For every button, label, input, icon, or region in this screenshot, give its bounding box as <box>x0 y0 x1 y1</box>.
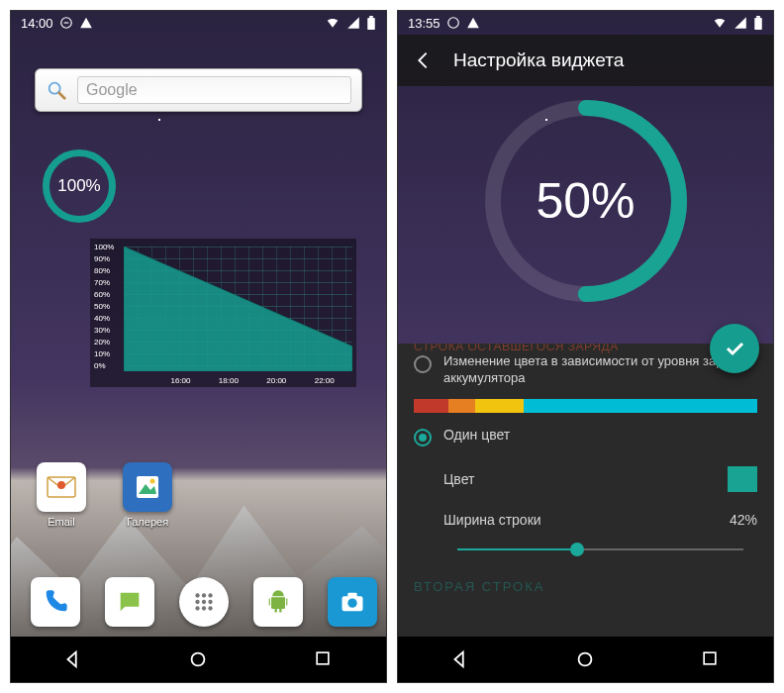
android-icon <box>253 577 303 627</box>
svg-rect-2 <box>369 16 373 18</box>
warning-icon <box>466 16 480 30</box>
section-header-remaining: СТРОКА ОСТАВШЕГОСЯ ЗАРЯДА <box>414 344 619 353</box>
dock <box>31 577 366 627</box>
search-icon <box>46 79 67 101</box>
width-value: 42% <box>730 512 757 528</box>
svg-rect-22 <box>347 593 356 598</box>
search-input[interactable]: Google <box>77 76 351 104</box>
wifi-icon <box>325 16 341 30</box>
svg-point-11 <box>195 593 199 597</box>
nav-recent[interactable] <box>700 648 722 670</box>
camera-icon <box>328 577 377 627</box>
svg-point-13 <box>208 593 212 597</box>
svg-point-25 <box>447 18 458 29</box>
radio-icon <box>414 355 432 373</box>
svg-point-19 <box>208 606 212 610</box>
chart-y-10: 10% <box>94 349 110 358</box>
app-phone[interactable] <box>31 577 80 627</box>
page-title: Настройка виджета <box>453 50 624 71</box>
app-email[interactable]: Email <box>31 462 92 528</box>
svg-rect-31 <box>704 652 716 664</box>
svg-point-10 <box>150 479 155 484</box>
nav-recent[interactable] <box>313 648 335 670</box>
svg-marker-5 <box>124 247 352 371</box>
nav-bar <box>11 637 386 682</box>
chart-area <box>124 247 352 371</box>
svg-line-4 <box>59 93 65 99</box>
color-label: Цвет <box>443 471 474 487</box>
app-row-labeled: Email Галерея <box>31 462 178 528</box>
chart-y-0: 0% <box>94 361 106 370</box>
battery-icon <box>366 16 376 31</box>
width-slider[interactable] <box>457 538 743 561</box>
email-icon <box>37 462 86 512</box>
phone-left: 14:00 Google 1 <box>10 10 387 683</box>
color-row[interactable]: Цвет <box>414 456 757 502</box>
speed-icon <box>59 16 73 30</box>
option-gradient-label: Изменение цвета в зависимости от уровня … <box>443 353 757 387</box>
app-android[interactable] <box>253 577 303 627</box>
nav-bar <box>398 637 773 682</box>
chart-y-70: 70% <box>94 278 110 287</box>
nav-home[interactable] <box>187 648 209 670</box>
svg-rect-24 <box>317 652 329 664</box>
option-single-color[interactable]: Один цвет <box>414 421 757 456</box>
nav-back[interactable] <box>449 648 471 670</box>
app-drawer[interactable] <box>179 577 229 627</box>
option-single-label: Один цвет <box>443 427 510 443</box>
gradient-preview <box>414 399 757 413</box>
signal-icon <box>346 16 360 30</box>
app-gallery[interactable]: Галерея <box>117 462 178 528</box>
chart-y-90: 90% <box>94 254 110 263</box>
status-time: 14:00 <box>21 16 53 31</box>
chart-y-30: 30% <box>94 326 110 335</box>
phone-icon <box>31 577 80 627</box>
status-bar: 14:00 <box>11 11 386 35</box>
svg-rect-26 <box>754 17 762 29</box>
battery-ring-widget[interactable]: 100% <box>43 149 116 223</box>
app-camera[interactable] <box>328 577 377 627</box>
preview-percent: 50% <box>479 94 693 308</box>
back-icon[interactable] <box>412 50 434 71</box>
svg-point-7 <box>57 481 65 489</box>
svg-point-14 <box>195 600 199 604</box>
chart-x-16: 16:00 <box>170 376 190 385</box>
battery-percent: 100% <box>43 149 116 223</box>
svg-rect-1 <box>367 17 375 29</box>
chart-y-100: 100% <box>94 243 114 251</box>
widget-preview: 50% <box>398 86 773 344</box>
battery-chart-widget[interactable]: 100% 90% 80% 70% 60% 50% 40% 30% 20% 10%… <box>90 239 356 387</box>
svg-point-30 <box>579 653 592 666</box>
svg-point-18 <box>202 606 206 610</box>
warning-icon <box>79 16 93 30</box>
speed-icon <box>446 16 460 30</box>
chart-y-20: 20% <box>94 338 110 346</box>
chart-y-40: 40% <box>94 314 110 323</box>
chart-x-20: 20:00 <box>266 376 286 385</box>
svg-rect-27 <box>756 16 760 18</box>
signal-icon <box>734 16 747 30</box>
phone-right: 13:55 Настройка виджета 50% СТРОКА ОСТАВ… <box>397 10 774 683</box>
svg-point-15 <box>202 600 206 604</box>
radio-icon-checked <box>414 429 432 446</box>
svg-point-21 <box>347 599 356 608</box>
gallery-icon <box>123 462 172 512</box>
search-placeholder: Google <box>86 81 138 99</box>
svg-point-23 <box>192 653 205 666</box>
nav-home[interactable] <box>574 648 596 670</box>
svg-point-16 <box>208 600 212 604</box>
settings-panel: СТРОКА ОСТАВШЕГОСЯ ЗАРЯДА Изменение цвет… <box>398 344 773 637</box>
app-email-label: Email <box>48 516 75 528</box>
app-gallery-label: Галерея <box>127 516 168 528</box>
svg-point-12 <box>202 593 206 597</box>
app-messages[interactable] <box>105 577 154 627</box>
color-swatch[interactable] <box>728 466 757 492</box>
nav-back[interactable] <box>62 648 84 670</box>
confirm-fab[interactable] <box>710 324 759 373</box>
chart-y-50: 50% <box>94 302 110 311</box>
wifi-icon <box>712 16 728 30</box>
chart-x-22: 22:00 <box>315 376 335 385</box>
width-label: Ширина строки <box>443 512 541 528</box>
search-widget[interactable]: Google <box>35 68 362 112</box>
svg-point-17 <box>195 606 199 610</box>
